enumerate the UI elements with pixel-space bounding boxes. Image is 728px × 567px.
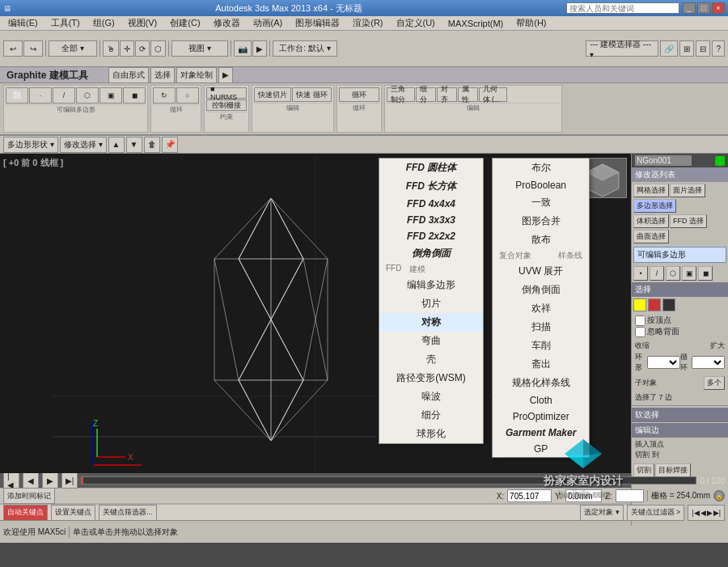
ring-dropdown[interactable]	[647, 356, 680, 369]
coord-mode-btn[interactable]: 选定对象 ▾	[580, 505, 624, 521]
ignore-back-checkbox[interactable]	[635, 327, 645, 337]
sweep-item[interactable]: 扫描	[493, 318, 589, 336]
select-tool[interactable]: 🖱	[103, 40, 119, 57]
editable-poly-item[interactable]: 可编辑多边形	[633, 247, 726, 263]
poly-select-btn[interactable]: 多边形选择	[633, 199, 676, 213]
uvw-unwrap-item[interactable]: UVW 展开	[493, 262, 589, 281]
quickloop-btn[interactable]: 快速 循环	[292, 87, 332, 102]
ffd-4x4-item[interactable]: FFD 4x4x4	[379, 196, 483, 212]
cut-btn[interactable]: 切割	[633, 463, 654, 477]
border-subobj[interactable]: ⬡	[666, 266, 680, 281]
menu-edit[interactable]: 编辑(E)	[3, 16, 43, 30]
align-btn[interactable]: ⊞	[679, 40, 694, 57]
color-dark[interactable]	[662, 298, 675, 311]
timeline-next[interactable]: ▶|	[61, 472, 78, 489]
object-color-swatch[interactable]	[715, 156, 725, 166]
modify-tab[interactable]: 修改选择 ▾	[60, 137, 107, 153]
conform-item[interactable]: 一致	[493, 193, 589, 212]
menu-graph-editors[interactable]: 图形编辑器	[290, 16, 345, 30]
extrude-item[interactable]: 斋出	[493, 355, 589, 374]
undo-button[interactable]: ↩	[3, 40, 23, 57]
vertex-btn[interactable]: ·	[29, 87, 52, 104]
menu-help[interactable]: 帮助(H)	[511, 16, 551, 30]
mirror-btn[interactable]: ⊟	[696, 40, 710, 57]
trash-btn[interactable]: 🗑	[144, 137, 160, 153]
scatter-item[interactable]: 散布	[493, 231, 589, 249]
color-red[interactable]	[648, 298, 661, 311]
maximize-button[interactable]: □	[697, 2, 710, 14]
up-btn[interactable]: ▲	[108, 137, 125, 153]
by-vertex-checkbox[interactable]	[635, 315, 645, 326]
menu-tools[interactable]: 工具(T)	[46, 16, 85, 30]
ngon-btn[interactable]: 几何体 (...	[479, 87, 507, 102]
menu-customize[interactable]: 自定义(U)	[392, 16, 440, 30]
shell-item[interactable]: 壳	[379, 350, 483, 369]
face-select-btn[interactable]: 面片选择	[670, 184, 705, 197]
edit-poly-item[interactable]: 编辑多边形	[379, 276, 483, 294]
loop-dropdown[interactable]	[692, 356, 725, 369]
border-btn[interactable]: ⬡	[76, 87, 99, 104]
minimize-button[interactable]: _	[683, 2, 696, 14]
mesh-select-btn[interactable]: 网格选择	[633, 184, 669, 197]
vol-select-btn[interactable]: 体积选择	[633, 214, 669, 228]
ffd-2x2-item[interactable]: FFD 2x2x2	[379, 228, 483, 244]
playback-btns[interactable]: |◀◀▶▶|	[688, 505, 725, 521]
lock-icon[interactable]: 🔒	[713, 490, 725, 501]
vertex-weld-btn[interactable]: 关键点过滤器 >	[627, 505, 685, 521]
render-setup[interactable]: 📷	[234, 40, 252, 57]
normalize-item[interactable]: 规格化样条线	[493, 374, 589, 392]
workspace-dropdown[interactable]: 工作台: 默认 ▾	[273, 40, 337, 57]
quickslice-btn[interactable]: 快速切片	[254, 87, 291, 102]
close-button[interactable]: ×	[712, 2, 725, 14]
bend-item[interactable]: 弯曲	[379, 332, 483, 350]
lathe-item[interactable]: 车削	[493, 336, 589, 355]
align-btn2[interactable]: 对齐	[437, 87, 457, 102]
repeat-btn[interactable]: ↻	[153, 87, 176, 104]
soft-select-header[interactable]: 软选择	[632, 408, 728, 422]
timeline-start[interactable]: |◀	[3, 472, 19, 489]
selection-filter[interactable]: --- 建模选择器 --- ▾	[586, 40, 658, 57]
surface-select-btn[interactable]: 曲面选择	[633, 230, 669, 243]
render-btn[interactable]: ▶	[252, 40, 267, 57]
modifier-list-toggle[interactable]: 多边形形状 ▾	[3, 137, 58, 153]
select-button[interactable]: 全部 ▾	[49, 40, 97, 57]
keyfilter-btn[interactable]: 关键点筛选器...	[99, 505, 157, 521]
loop-btn[interactable]: ○	[176, 87, 199, 104]
show-cage-btn[interactable]: 控制栅接	[206, 99, 247, 111]
attr-btn[interactable]: 属性	[458, 87, 478, 102]
more-btn[interactable]: 多个	[704, 376, 725, 390]
down-btn[interactable]: ▼	[126, 137, 142, 153]
menu-render[interactable]: 渲染(R)	[348, 16, 387, 30]
edit-edges-header[interactable]: 编辑边	[632, 423, 728, 438]
menu-view[interactable]: 视图(V)	[123, 16, 163, 30]
freeform-tab[interactable]: 自由形式	[108, 67, 149, 83]
prooptimizer-item[interactable]: ProOptimizer	[493, 408, 589, 425]
nurms-btn[interactable]: ■ NURMS	[206, 87, 247, 99]
shapemerge-item[interactable]: 图形合并	[493, 212, 589, 231]
ffd-box-item[interactable]: FFD 长方体	[379, 177, 483, 196]
menu-animation[interactable]: 动画(A)	[248, 16, 288, 30]
cloth-item[interactable]: Cloth	[493, 392, 589, 408]
symmetry-item[interactable]: 对称	[379, 313, 483, 332]
pin-btn[interactable]: 📌	[162, 137, 178, 153]
timeline-prev[interactable]: ◀	[23, 472, 39, 489]
ffd-cylinder-item[interactable]: FFD 圆柱体	[379, 159, 483, 177]
search-input[interactable]	[566, 2, 679, 14]
question-btn[interactable]: ?	[712, 40, 725, 57]
slice-item[interactable]: 切片	[379, 294, 483, 313]
ffd-3x3-item[interactable]: FFD 3x3x3	[379, 212, 483, 228]
proboolean-item[interactable]: ProBoolean	[493, 177, 589, 193]
loop2-btn[interactable]: 循环	[339, 87, 379, 102]
edge-btn[interactable]: /	[53, 87, 75, 104]
setkey-btn[interactable]: 设置关键点	[51, 505, 95, 521]
subdiv-btn[interactable]: 细分	[416, 87, 436, 102]
edit-poly-btn[interactable]: ⬜	[6, 87, 28, 104]
spherify-item[interactable]: 球形化	[379, 425, 483, 443]
vertex-subobj[interactable]: •	[633, 266, 648, 281]
target-weld-btn[interactable]: 目标焊接	[655, 463, 691, 477]
menu-maxscript[interactable]: MAXScript(M)	[443, 18, 508, 29]
add-time-btn[interactable]: 添加时间标记	[3, 488, 55, 504]
ffd-select-btn[interactable]: FFD 选择	[670, 214, 707, 228]
snap-toggle[interactable]: 🔗	[660, 40, 678, 57]
menu-group[interactable]: 组(G)	[88, 16, 120, 30]
